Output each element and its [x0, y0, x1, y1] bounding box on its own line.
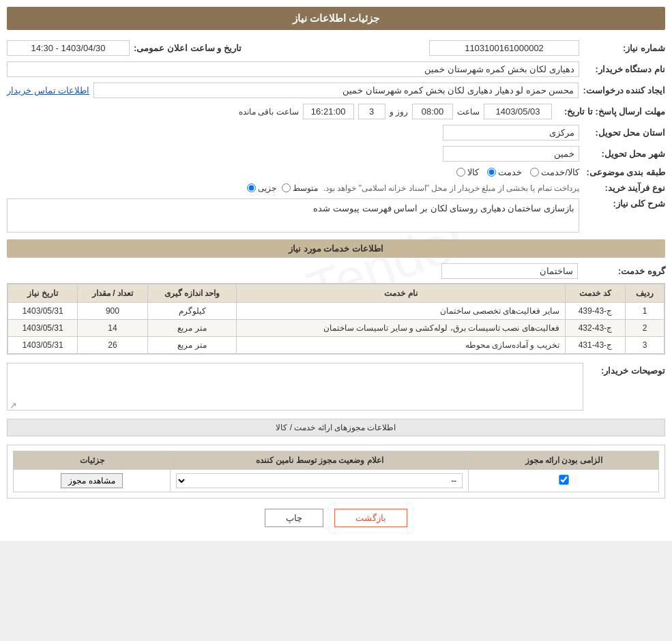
city-row: شهر محل تحویل: خمین: [7, 146, 665, 162]
need-description-row: شرح کلی نیاز: بازسازی ساختمان دهیاری روس…: [7, 198, 665, 233]
category-goods-label: کالا: [467, 167, 479, 177]
permit-required-checkbox[interactable]: [559, 475, 568, 484]
category-service-option[interactable]: خدمت: [487, 167, 522, 177]
category-service-label: خدمت: [498, 167, 522, 177]
permits-table: الزامی بودن ارائه مجوز اعلام وضعیت مجوز …: [13, 451, 659, 492]
category-label: طبقه بندی موضوعی:: [583, 167, 665, 177]
buyer-notes-label: توصیحات خریدار:: [590, 363, 665, 376]
permits-col-required: الزامی بودن ارائه مجوز: [469, 451, 659, 470]
cell-unit: متر مربع: [147, 337, 237, 354]
page-wrapper: جزئیات اطلاعات نیاز Ana Tender شماره نیا…: [0, 0, 672, 541]
creator-label: ایجاد کننده درخواست:: [583, 85, 665, 95]
province-label: استان محل تحویل:: [583, 128, 665, 138]
creator-row: ایجاد کننده درخواست: محسن حمزه لو دهیار …: [7, 83, 665, 98]
category-goods-radio[interactable]: [456, 168, 465, 177]
cell-quantity: 14: [78, 320, 147, 337]
deadline-row: مهلت ارسال پاسخ: تا تاریخ: 1403/05/03 سا…: [7, 104, 665, 119]
need-description-label: شرح کلی نیاز:: [583, 198, 665, 209]
deadline-time-value: 08:00: [412, 104, 453, 119]
category-row: طبقه بندی موضوعی: کالا/خدمت خدمت کالا: [7, 167, 665, 177]
need-number-value: 1103100161000002: [429, 40, 579, 56]
col-header-qty: تعداد / مقدار: [78, 284, 147, 303]
permits-table-section: الزامی بودن ارائه مجوز اعلام وضعیت مجوز …: [7, 445, 665, 498]
resize-handle[interactable]: ↗: [9, 400, 17, 408]
col-header-code: کد خدمت: [565, 284, 625, 303]
permit-required-cell: [469, 470, 659, 492]
process-partial-label: جزیی: [258, 183, 276, 193]
need-number-label: شماره نیاز:: [583, 43, 665, 53]
process-medium-option[interactable]: متوسط: [282, 183, 318, 193]
cell-row: 3: [625, 337, 664, 354]
deadline-date-value: 1403/05/03: [484, 104, 552, 119]
buyer-org-label: نام دستگاه خریدار:: [583, 64, 665, 74]
cell-unit: کیلوگرم: [147, 303, 237, 320]
deadline-days-label: روز و: [390, 107, 408, 117]
services-table-row: 3 ج-43-431 تخریب و آماده‌سازی محوطه متر …: [8, 337, 664, 354]
need-number-row: شماره نیاز: 1103100161000002 تاریخ و ساع…: [7, 40, 665, 56]
cell-name: تخریب و آماده‌سازی محوطه: [237, 337, 565, 354]
process-medium-radio[interactable]: [282, 183, 291, 192]
cell-row: 2: [625, 320, 664, 337]
cell-unit: متر مربع: [147, 320, 237, 337]
deadline-days-value: 3: [358, 104, 385, 119]
buyer-notes-box[interactable]: ↗: [7, 363, 583, 411]
cell-date: 1403/05/31: [8, 320, 78, 337]
permit-details-cell: مشاهده مجوز: [14, 470, 171, 492]
announce-datetime-value: 1403/04/30 - 14:30: [7, 40, 130, 56]
need-description-value: بازسازی ساختمان دهیاری روستای لکان بر اس…: [7, 198, 579, 233]
category-goods-service-radio[interactable]: [530, 168, 539, 177]
cell-code: ج-43-431: [565, 337, 625, 354]
category-service-radio[interactable]: [487, 168, 496, 177]
cell-quantity: 900: [78, 303, 147, 320]
page-header: جزئیات اطلاعات نیاز: [7, 7, 665, 30]
process-partial-option[interactable]: جزیی: [247, 183, 276, 193]
cell-date: 1403/05/31: [8, 303, 78, 320]
deadline-time-label: ساعت: [457, 107, 480, 117]
province-row: استان محل تحویل: مرکزی: [7, 125, 665, 140]
cell-name: سایر فعالیت‌های تخصصی ساختمان: [237, 303, 565, 320]
col-header-unit: واحد اندازه گیری: [147, 284, 237, 303]
cell-code: ج-43-439: [565, 303, 625, 320]
deadline-remaining-label: ساعت باقی مانده: [239, 107, 299, 117]
col-header-row: ردیف: [625, 284, 664, 303]
creator-value: محسن حمزه لو دهیار دهیاری لکان بخش کمره …: [93, 83, 579, 98]
category-goods-option[interactable]: کالا: [456, 167, 479, 177]
deadline-label: مهلت ارسال پاسخ: تا تاریخ:: [556, 106, 665, 117]
service-group-row: گروه خدمت: ساختمان: [7, 263, 665, 279]
print-button[interactable]: چاپ: [265, 509, 323, 527]
process-label: نوع فرآیند خرید:: [583, 183, 665, 193]
cell-code: ج-43-432: [565, 320, 625, 337]
services-table-row: 1 ج-43-439 سایر فعالیت‌های تخصصی ساختمان…: [8, 303, 664, 320]
category-goods-service-option[interactable]: کالا/خدمت: [530, 167, 579, 177]
permits-col-status: اعلام وضعیت مجوز توسط نامین کننده: [171, 451, 469, 470]
process-row: نوع فرآیند خرید: پرداخت تمام یا بخشی از …: [7, 183, 665, 193]
services-table: ردیف کد خدمت نام خدمت واحد اندازه گیری ت…: [8, 284, 664, 354]
content-area: شماره نیاز: 1103100161000002 تاریخ و ساع…: [7, 40, 665, 527]
buyer-notes-section: توصیحات خریدار: ↗: [7, 363, 665, 411]
category-goods-service-label: کالا/خدمت: [541, 167, 579, 177]
back-button[interactable]: بازگشت: [334, 509, 407, 527]
service-group-value: ساختمان: [441, 263, 578, 279]
deadline-hour-value: 16:21:00: [303, 104, 354, 119]
creator-contact-link[interactable]: اطلاعات تماس خریدار: [7, 85, 89, 95]
services-section-header: اطلاعات خدمات مورد نیاز: [7, 239, 665, 258]
process-medium-label: متوسط: [293, 183, 318, 193]
permit-status-cell[interactable]: --: [171, 470, 469, 492]
main-content: Ana Tender شماره نیاز: 1103100161000002 …: [7, 40, 665, 527]
category-radio-group: کالا/خدمت خدمت کالا: [456, 167, 579, 177]
services-table-row: 2 ج-43-432 فعالیت‌های نصب تاسیسات برق، ل…: [8, 320, 664, 337]
buyer-org-row: نام دستگاه خریدار: دهیاری لکان بخش کمره …: [7, 61, 665, 77]
announce-datetime-label: تاریخ و ساعت اعلان عمومی:: [134, 43, 242, 53]
permits-col-details: جزئیات: [14, 451, 171, 470]
buyer-org-value: دهیاری لکان بخش کمره شهرستان خمین: [7, 61, 579, 77]
view-permit-button[interactable]: مشاهده مجوز: [61, 473, 122, 488]
permit-row: -- مشاهده مجوز: [14, 470, 659, 492]
permits-info-text: اطلاعات مجوزهای ارائه خدمت / کالا: [276, 423, 396, 432]
process-partial-radio[interactable]: [247, 183, 256, 192]
cell-quantity: 26: [78, 337, 147, 354]
cell-date: 1403/05/31: [8, 337, 78, 354]
city-label: شهر محل تحویل:: [583, 149, 665, 159]
province-value: مرکزی: [443, 125, 579, 140]
services-title: اطلاعات خدمات مورد نیاز: [289, 243, 383, 254]
permit-status-select[interactable]: --: [176, 473, 463, 488]
